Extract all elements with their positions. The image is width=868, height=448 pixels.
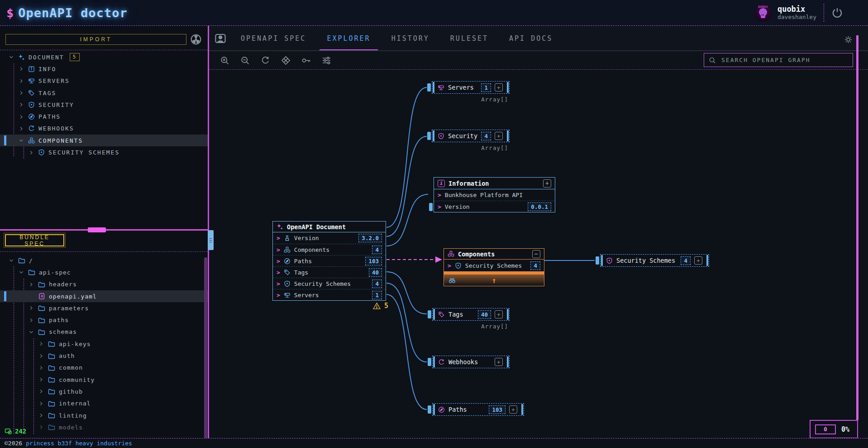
graph-search xyxy=(704,53,853,67)
zoom-in-icon[interactable] xyxy=(220,56,229,65)
filter-sliders-icon[interactable] xyxy=(322,56,331,65)
file-item-common[interactable]: common xyxy=(0,362,208,374)
graph-node-paths[interactable]: Paths 103 + xyxy=(432,403,524,416)
file-item-openapi-yaml[interactable]: openapi.yaml xyxy=(0,290,208,302)
main-scrollbar[interactable] xyxy=(856,35,858,420)
company-link[interactable]: princess b33f heavy industries xyxy=(26,440,132,447)
expand-button[interactable]: + xyxy=(495,358,503,366)
tree-item-servers[interactable]: SERVERS xyxy=(0,75,208,87)
reset-view-icon[interactable] xyxy=(261,56,270,65)
tab-explorer[interactable]: EXPLORER xyxy=(326,32,371,45)
panel-resizer[interactable] xyxy=(0,229,208,231)
file-item-label: headers xyxy=(49,281,77,288)
tree-item-security[interactable]: SECURITY xyxy=(0,99,208,111)
tree-item-webhooks[interactable]: WEBHOOKS xyxy=(0,123,208,135)
chevron-right-icon xyxy=(18,66,24,72)
expand-button[interactable]: + xyxy=(495,132,503,140)
tab-api-docs[interactable]: API DOCS xyxy=(508,32,553,45)
expand-button[interactable]: + xyxy=(495,83,503,92)
collapse-button[interactable]: − xyxy=(532,250,540,258)
chevron-right-icon xyxy=(28,317,34,323)
file-item-label: api-spec xyxy=(39,269,71,276)
file-item-label: github xyxy=(59,388,83,395)
graph-node-openapi-document[interactable]: OpenAPI Document > Version 3.2.0 > Compo… xyxy=(272,221,386,301)
file-item-parameters[interactable]: parameters xyxy=(0,302,208,314)
doc-row-components[interactable]: > Components 4 xyxy=(273,244,386,255)
file-item-label: / xyxy=(29,257,33,264)
doc-row-paths[interactable]: > Paths 103 xyxy=(273,255,386,266)
validation-warning[interactable]: 5 xyxy=(373,302,388,310)
file-item-auth[interactable]: auth xyxy=(0,350,208,361)
user-text: quobix daveshanley xyxy=(777,5,816,20)
tree-item-paths[interactable]: PATHS xyxy=(0,111,208,122)
expand-button[interactable]: + xyxy=(509,405,517,414)
graph-node-security-schemes[interactable]: Security Schemes 4 + xyxy=(600,254,709,267)
doc-row-servers[interactable]: > Servers 1 xyxy=(273,289,386,300)
gear-icon[interactable] xyxy=(844,35,853,44)
node-title: Paths xyxy=(448,406,467,413)
graph-node-servers[interactable]: Servers 1 + Array[] xyxy=(432,81,510,94)
graph-node-information[interactable]: i Information + > Bunkhouse Platform API… xyxy=(434,177,555,212)
graph-node-tags[interactable]: Tags 40 + Array[] xyxy=(432,308,510,321)
chevron-down-icon xyxy=(18,269,24,275)
file-item-linting[interactable]: linting xyxy=(0,409,208,421)
expand-button[interactable]: + xyxy=(543,179,551,188)
zoom-indicator: 0 0% xyxy=(810,420,858,438)
row-label: Tags xyxy=(294,269,308,276)
tab-ruleset[interactable]: RULESET xyxy=(449,32,489,45)
info-icon: i xyxy=(438,180,445,187)
file-item-api-spec[interactable]: api-spec xyxy=(0,266,208,278)
tree-item-document[interactable]: DOCUMENT 5 xyxy=(0,51,208,63)
warning-count: 5 xyxy=(384,302,388,310)
key-icon[interactable] xyxy=(301,56,311,65)
file-item-community[interactable]: community xyxy=(0,374,208,385)
graph-node-security[interactable]: Security 4 + Array[] xyxy=(432,130,510,142)
tree-item-tags[interactable]: TAGS xyxy=(0,87,208,99)
bundle-spec-button[interactable]: BUNDLE SPEC xyxy=(5,234,64,246)
graph-node-webhooks[interactable]: Webhooks + xyxy=(432,356,510,368)
expand-button[interactable]: + xyxy=(495,310,503,318)
tree-item-security-schemes[interactable]: SECURITY SCHEMES xyxy=(0,146,208,158)
file-item-models[interactable]: models xyxy=(0,421,208,433)
file-item-schemas[interactable]: schemas xyxy=(0,326,208,338)
tree-item-components[interactable]: COMPONENTS xyxy=(0,135,208,146)
panel-resize-handle[interactable] xyxy=(88,227,106,232)
import-button[interactable]: IMPORT xyxy=(5,34,186,45)
selection-indicator xyxy=(4,135,6,145)
file-item-internal[interactable]: internal xyxy=(0,398,208,409)
doc-row-tags[interactable]: > Tags 40 xyxy=(273,266,386,278)
tab-openapi-spec[interactable]: OPENAPI SPEC xyxy=(240,32,307,45)
components-row-security-schemes[interactable]: > Security Schemes 4 xyxy=(444,260,544,271)
tree-item-info[interactable]: INFO xyxy=(0,63,208,75)
doc-row-security-schemes[interactable]: > Security Schemes 4 xyxy=(273,278,386,289)
persona-icon[interactable] xyxy=(215,33,226,44)
search-input[interactable] xyxy=(720,56,848,64)
row-value-badge: 4 xyxy=(530,261,540,270)
file-item-paths[interactable]: paths xyxy=(0,314,208,326)
folder-icon xyxy=(48,388,55,395)
scroll-up-arrow[interactable]: ↑ xyxy=(444,276,544,285)
zoom-out-icon[interactable] xyxy=(240,56,250,65)
tree-item-label: TAGS xyxy=(38,90,56,96)
tab-history[interactable]: HISTORY xyxy=(391,32,430,45)
file-item-github[interactable]: github xyxy=(0,385,208,397)
expand-button[interactable]: + xyxy=(694,256,702,265)
row-value-badge: 1 xyxy=(372,291,382,299)
row-value-badge: 3.2.0 xyxy=(358,234,382,242)
binoculars-icon[interactable] xyxy=(448,277,456,284)
radiation-icon[interactable] xyxy=(190,34,202,45)
folder-icon xyxy=(48,340,55,347)
file-item-root[interactable]: / xyxy=(0,255,208,266)
sidebar-resize-handle[interactable] xyxy=(208,230,214,250)
power-icon[interactable] xyxy=(831,7,843,19)
file-item-api-keys[interactable]: api-keys xyxy=(0,338,208,350)
info-row-version[interactable]: > Version 0.0.1 xyxy=(434,201,555,212)
sidebar-scrollbar[interactable] xyxy=(204,257,207,448)
selection-indicator xyxy=(4,291,6,301)
doc-row-version[interactable]: > Version 3.2.0 xyxy=(273,232,386,244)
fit-view-icon[interactable] xyxy=(281,56,291,65)
info-row-title[interactable]: > Bunkhouse Platform API xyxy=(434,189,555,201)
graph-node-components[interactable]: Components − > Security Schemes 4 ↑ xyxy=(444,248,544,286)
avatar[interactable]: QUOBIX xyxy=(754,4,772,22)
file-item-headers[interactable]: headers xyxy=(0,279,208,290)
